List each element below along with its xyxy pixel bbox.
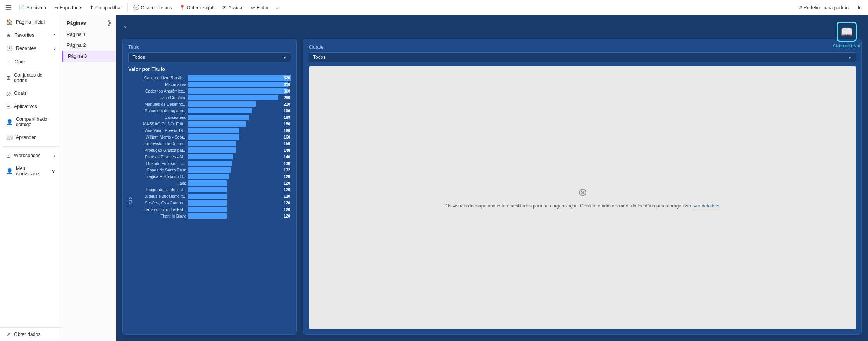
bar-track: 148 xyxy=(188,147,291,153)
bar-row: Capas de Santa Rosa132 xyxy=(134,167,291,173)
topbar-right: ↺ Redefinir para padrão In xyxy=(795,3,865,12)
back-arrow-button[interactable]: ← xyxy=(122,22,131,32)
arquivo-button[interactable]: 📄 Arquivo ▼ xyxy=(16,3,50,12)
workspaces-icon: ⊡ xyxy=(6,153,11,159)
bar-track: 280 xyxy=(188,95,291,100)
bar-track: 120 xyxy=(188,180,291,186)
map-placeholder: ⊗ Os visuais do mapa não estão habilitad… xyxy=(309,66,856,329)
logo-text: Clube de Livro xyxy=(833,43,860,48)
assinar-button[interactable]: ✉ Assinar xyxy=(219,3,247,12)
bar-row: Tirant lo Blanc120 xyxy=(134,213,291,219)
topbar: ☰ 📄 Arquivo ▼ ↪ Exportar ▼ ⬆ Compartilha… xyxy=(0,0,868,15)
insights-icon: 📍 xyxy=(179,5,185,10)
cidade-dropdown[interactable]: Todos ▼ xyxy=(309,52,856,62)
in-button[interactable]: In xyxy=(855,3,865,12)
redefinir-button[interactable]: ↺ Redefinir para padrão xyxy=(795,3,852,12)
sidebar-item-apps[interactable]: ⊟ Aplicativos xyxy=(2,100,60,113)
titulo-dropdown-arrow: ▼ xyxy=(283,55,287,60)
obter-insights-button[interactable]: 📍 Obter insights xyxy=(176,3,219,12)
bar-row: Trágica História do D...128 xyxy=(134,174,291,179)
bar-track: 138 xyxy=(188,161,291,166)
titulo-card-label: Titulo xyxy=(128,45,291,50)
bar-value: 120 xyxy=(284,188,290,192)
bar-fill xyxy=(188,161,232,166)
chevron-right-ws: › xyxy=(54,153,55,158)
bar-track: 320 xyxy=(188,75,291,81)
bar-fill xyxy=(188,134,239,140)
bar-value: 180 xyxy=(284,122,290,126)
page-item-3[interactable]: Página 3 xyxy=(62,51,116,62)
bar-label: Ilíada xyxy=(134,181,186,185)
compartilhar-button[interactable]: ⬆ Compartilhar xyxy=(86,3,125,12)
bar-value: 320 xyxy=(284,76,290,80)
bar-row: Macunaíma310 xyxy=(134,82,291,87)
bar-value: 160 xyxy=(284,129,290,133)
bar-label: Estrelas Errantes - M... xyxy=(134,154,186,159)
sidebar-item-criar[interactable]: ＋ Criar xyxy=(2,55,60,69)
sidebar-item-goals[interactable]: ◎ Goals xyxy=(2,87,60,99)
sidebar-item-recentes[interactable]: 🕐 Recentes › xyxy=(2,42,60,55)
bar-label: Judeus e Judaísmo n... xyxy=(134,194,186,199)
topbar-sep1 xyxy=(127,4,128,12)
page-item-2[interactable]: Página 2 xyxy=(62,40,116,51)
sidebar-item-home[interactable]: 🏠 Página Inicial xyxy=(2,16,60,28)
page-panel: Páginas ⟫ Página 1 Página 2 Página 3 xyxy=(62,15,116,341)
sidebar-item-meu-workspace[interactable]: 👤 Meu workspace ∨ xyxy=(2,163,60,180)
bar-track: 308 xyxy=(188,88,291,94)
titulo-y-axis: Título xyxy=(128,75,133,329)
bar-value: 120 xyxy=(284,214,290,218)
bar-track: 150 xyxy=(188,141,291,146)
bar-value: 148 xyxy=(284,148,290,153)
bar-label: Entrevistas de Domin... xyxy=(134,141,186,146)
home-icon: 🏠 xyxy=(6,19,13,25)
bar-row: Capa do Livro Brasile...320 xyxy=(134,75,291,81)
cidade-dropdown-arrow: ▼ xyxy=(848,55,852,60)
exportar-button[interactable]: ↪ Exportar ▼ xyxy=(51,3,86,12)
chat-teams-button[interactable]: 💬 Chat no Teams xyxy=(130,3,176,12)
bar-fill xyxy=(188,174,229,179)
more-button[interactable]: ··· xyxy=(273,3,283,12)
datasets-icon: ⊞ xyxy=(6,75,11,81)
bar-label: Palmeirim de Inglater... xyxy=(134,108,186,113)
sidebar-item-datasets[interactable]: ⊞ Conjuntos de dados xyxy=(2,69,60,86)
bar-track: 132 xyxy=(188,167,291,173)
goals-icon: ◎ xyxy=(6,90,11,96)
map-error-link[interactable]: Ver detalhes xyxy=(693,203,719,209)
titulo-card: Titulo Todos ▼ Valor por Titulo Título C… xyxy=(122,39,297,335)
bar-value: 210 xyxy=(284,102,290,106)
bar-value: 308 xyxy=(284,89,290,93)
bar-row: Imigrantes Judeus d...120 xyxy=(134,187,291,192)
content-area: ← 📖 Clube de Livro Titulo Todos ▼ Valor … xyxy=(116,15,868,341)
collapse-pages-button[interactable]: ⟫ xyxy=(108,19,111,27)
titulo-dropdown[interactable]: Todos ▼ xyxy=(128,52,291,62)
compartilhar-icon: ⬆ xyxy=(90,5,94,10)
bar-fill xyxy=(188,75,291,81)
bar-row: Cadernos Anatômico...308 xyxy=(134,88,291,94)
bar-row: MASSAO OHNO, Edit...180 xyxy=(134,121,291,127)
bar-row: Sertões, Os - Campa...120 xyxy=(134,200,291,206)
bar-value: 280 xyxy=(284,96,290,100)
bar-track: 180 xyxy=(188,121,291,127)
bar-label: Capas de Santa Rosa xyxy=(134,168,186,172)
sidebar-item-learn[interactable]: 📖 Aprender xyxy=(2,131,60,144)
sidebar-item-workspaces[interactable]: ⊡ Workspaces › xyxy=(2,149,60,162)
sidebar-item-shared[interactable]: 👤 Compartilhado comigo xyxy=(2,113,60,130)
page-item-1[interactable]: Página 1 xyxy=(62,29,116,40)
bar-fill xyxy=(188,95,278,100)
redefinir-icon: ↺ xyxy=(798,5,802,10)
titulo-bar-chart[interactable]: Capa do Livro Brasile...320Macunaíma310C… xyxy=(134,75,291,329)
bar-label: Capa do Livro Brasile... xyxy=(134,75,186,80)
bar-row: Produção Gráfica par...148 xyxy=(134,147,291,153)
bar-row: William Morris - Sobr...160 xyxy=(134,134,291,140)
logo-icon: 📖 xyxy=(837,22,857,42)
editar-button[interactable]: ✏ Editar xyxy=(248,3,272,12)
bar-fill xyxy=(188,207,227,212)
bar-value: 120 xyxy=(284,194,290,199)
sidebar-divider1 xyxy=(3,146,59,147)
sidebar-item-favorites[interactable]: ★ Favoritos › xyxy=(2,29,60,41)
hamburger-icon[interactable]: ☰ xyxy=(3,2,14,14)
bar-track: 120 xyxy=(188,187,291,192)
get-data-icon: ↗ xyxy=(6,331,11,338)
bar-row: Entrevistas de Domin...150 xyxy=(134,141,291,146)
sidebar-item-get-data[interactable]: ↗ Obter dados xyxy=(2,328,60,341)
